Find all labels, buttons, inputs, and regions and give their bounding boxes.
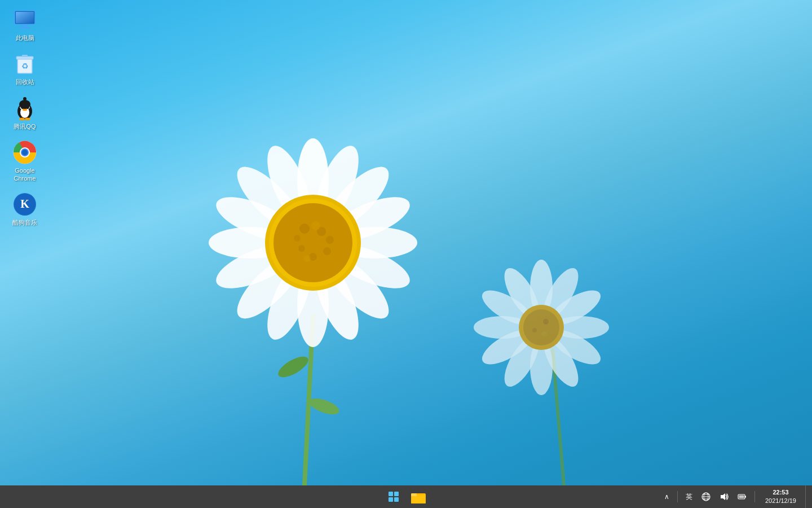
taskbar-center xyxy=(382,485,430,508)
wallpaper xyxy=(0,0,812,485)
tray-separator-1 xyxy=(677,491,678,502)
clock-area[interactable]: 22:53 2021/12/19 xyxy=(761,485,801,508)
svg-point-70 xyxy=(19,100,30,109)
svg-point-29 xyxy=(304,255,311,262)
svg-point-45 xyxy=(532,328,537,332)
desktop-icon-qq[interactable]: 腾讯QQ xyxy=(5,94,45,133)
svg-rect-82 xyxy=(412,498,422,500)
svg-point-44 xyxy=(543,319,549,325)
svg-rect-50 xyxy=(16,12,34,23)
taskbar-explorer-button[interactable] xyxy=(407,485,430,508)
svg-rect-81 xyxy=(412,497,425,498)
computer-icon-label: 此电脑 xyxy=(16,34,34,42)
clock-time: 22:53 xyxy=(773,488,788,497)
start-button[interactable] xyxy=(382,485,405,508)
svg-point-43 xyxy=(523,309,559,345)
svg-point-27 xyxy=(326,236,334,244)
clock-date: 2021/12/19 xyxy=(765,497,796,505)
svg-point-48 xyxy=(307,395,341,418)
desktop-icon-computer[interactable]: 此电脑 xyxy=(5,6,45,44)
svg-point-22 xyxy=(298,245,305,252)
taskbar: ∧ 英 xyxy=(0,485,812,508)
svg-point-47 xyxy=(275,353,311,382)
chrome-icon xyxy=(13,141,37,164)
desktop-icon-recycle[interactable]: ♻ 回收站 xyxy=(5,50,45,88)
desktop-icon-kwmusic[interactable]: K 酷狗音乐 xyxy=(5,190,45,229)
show-hidden-icons-button[interactable]: ∧ xyxy=(662,492,672,502)
svg-point-26 xyxy=(294,235,301,242)
desktop-icons-container: 此电脑 ♻ 回收站 xyxy=(5,6,45,229)
svg-point-28 xyxy=(311,221,320,230)
network-icon-button[interactable] xyxy=(699,491,713,502)
desktop: 此电脑 ♻ 回收站 xyxy=(0,0,812,485)
battery-icon-button[interactable] xyxy=(735,491,749,502)
language-indicator[interactable]: 英 xyxy=(683,491,695,503)
qq-icon xyxy=(13,97,37,120)
svg-text:K: K xyxy=(20,198,29,210)
svg-rect-91 xyxy=(745,496,746,498)
chrome-icon-label: Google Chrome xyxy=(7,167,43,183)
speaker-icon xyxy=(720,492,729,501)
svg-point-20 xyxy=(273,203,352,282)
recycle-icon-label: 回收站 xyxy=(16,78,34,86)
svg-rect-80 xyxy=(411,493,417,496)
svg-rect-52 xyxy=(20,27,30,29)
svg-rect-92 xyxy=(739,496,744,498)
volume-icon-button[interactable] xyxy=(717,491,731,502)
svg-text:♻: ♻ xyxy=(21,62,29,71)
taskbar-right: ∧ 英 xyxy=(662,485,807,508)
svg-rect-51 xyxy=(22,24,28,27)
svg-point-23 xyxy=(323,247,331,255)
language-label: 英 xyxy=(686,492,692,502)
svg-point-46 xyxy=(541,331,547,337)
windows-logo-icon xyxy=(389,492,399,502)
svg-point-24 xyxy=(299,224,310,234)
svg-point-74 xyxy=(22,150,28,155)
svg-rect-55 xyxy=(22,55,28,57)
svg-marker-89 xyxy=(721,493,725,500)
network-icon xyxy=(701,492,710,501)
tray-separator-2 xyxy=(754,491,755,502)
chevron-up-icon: ∧ xyxy=(664,493,669,501)
qq-icon-label: 腾讯QQ xyxy=(14,122,36,130)
svg-rect-83 xyxy=(412,500,420,501)
desktop-icon-chrome[interactable]: Google Chrome xyxy=(5,138,45,185)
recycle-bin-icon: ♻ xyxy=(13,52,37,76)
kwmusic-icon: K xyxy=(13,192,37,216)
show-desktop-button[interactable] xyxy=(805,485,807,508)
computer-icon xyxy=(13,8,37,32)
battery-icon xyxy=(738,492,747,501)
kwmusic-icon-label: 酷狗音乐 xyxy=(12,218,37,226)
